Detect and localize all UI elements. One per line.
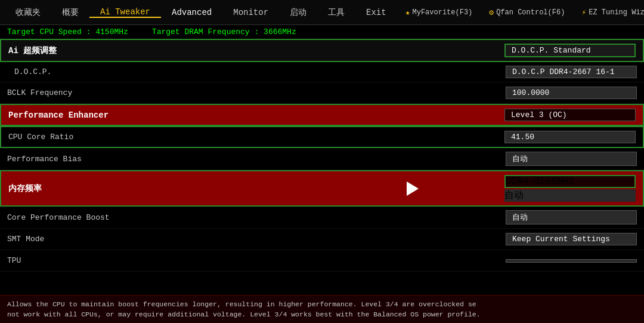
smt-mode-value[interactable]: Keep Current Settings bbox=[506, 233, 637, 245]
performance-bias-value[interactable]: 自动 bbox=[506, 152, 637, 166]
nav-monitor[interactable]: Monitor bbox=[222, 8, 279, 17]
smt-mode-label: SMT Mode bbox=[7, 235, 506, 244]
core-perf-boost-label: Core Performance Boost bbox=[7, 213, 506, 222]
cpu-speed-text: Target CPU Speed : 4150MHz bbox=[7, 27, 128, 36]
nav-ez-tuning[interactable]: ⚡ EZ Tuning Wizard(F11) bbox=[573, 8, 644, 17]
tpu-label: TPU bbox=[7, 256, 506, 265]
nav-advanced[interactable]: Advanced bbox=[161, 8, 222, 17]
description-bar: Allows the CPU to maintain boost frequen… bbox=[0, 295, 644, 324]
bclk-label: BCLK Frequency bbox=[7, 88, 506, 97]
smt-mode-row[interactable]: SMT Mode Keep Current Settings bbox=[0, 229, 644, 250]
nav-exit[interactable]: Exit bbox=[355, 8, 397, 17]
dram-freq-text: Target DRAM Frequency : 3666MHz bbox=[152, 27, 296, 36]
cpu-core-ratio-value[interactable]: 41.50 bbox=[504, 131, 636, 143]
memory-freq-auto-value[interactable]: 自动 bbox=[504, 189, 636, 202]
description-line2: not work with all CPUs, or may require a… bbox=[7, 309, 637, 319]
nav-favorites[interactable]: 收藏夹 bbox=[5, 7, 51, 18]
performance-enhancer-label: Performance Enhancer bbox=[8, 110, 504, 120]
nav-overview[interactable]: 概要 bbox=[51, 7, 89, 18]
docp-row[interactable]: D.O.C.P. D.O.C.P DDR4-2667 16-1 bbox=[0, 62, 644, 82]
performance-bias-label: Performance Bias bbox=[7, 155, 506, 164]
ai-overclock-section[interactable]: Ai 超频调整 D.O.C.P. Standard bbox=[0, 39, 644, 62]
memory-freq-label: 内存频率 bbox=[8, 183, 504, 194]
cpu-core-ratio-label: CPU Core Ratio bbox=[8, 133, 504, 141]
performance-enhancer-value[interactable]: Level 3 (OC) bbox=[504, 109, 636, 121]
bclk-row[interactable]: BCLK Frequency 100.0000 bbox=[0, 82, 644, 104]
description-line1: Allows the CPU to maintain boost frequen… bbox=[7, 299, 637, 309]
docp-value[interactable]: D.O.C.P DDR4-2667 16-1 bbox=[506, 66, 637, 78]
tpu-value[interactable] bbox=[506, 259, 637, 263]
nav-left: 收藏夹 概要 Ai Tweaker Advanced Monitor 启动 工具… bbox=[5, 7, 397, 18]
core-perf-boost-row[interactable]: Core Performance Boost 自动 bbox=[0, 207, 644, 229]
tpu-row[interactable]: TPU bbox=[0, 250, 644, 272]
core-perf-boost-value[interactable]: 自动 bbox=[506, 210, 637, 224]
performance-bias-row[interactable]: Performance Bias 自动 bbox=[0, 148, 644, 170]
subtitle-bar: Target CPU Speed : 4150MHz Target DRAM F… bbox=[0, 25, 644, 39]
nav-right: ★ MyFavorite(F3) ⚙ Qfan Control(F6) ⚡ EZ… bbox=[397, 8, 644, 17]
nav-boot[interactable]: 启动 bbox=[279, 7, 317, 18]
nav-qfan[interactable]: ⚙ Qfan Control(F6) bbox=[481, 8, 573, 17]
docp-label: D.O.C.P. bbox=[14, 67, 506, 76]
ai-overclock-value[interactable]: D.O.C.P. Standard bbox=[504, 44, 636, 57]
ai-overclock-label: Ai 超频调整 bbox=[8, 45, 504, 56]
bclk-value[interactable]: 100.0000 bbox=[506, 87, 637, 99]
memory-freq-value[interactable]: DDR4-3666MHz bbox=[504, 175, 636, 188]
performance-enhancer-row[interactable]: Performance Enhancer Level 3 (OC) bbox=[0, 104, 644, 126]
nav-tools[interactable]: 工具 bbox=[317, 7, 355, 18]
cpu-core-ratio-row[interactable]: CPU Core Ratio 41.50 bbox=[0, 126, 644, 148]
nav-myfavorite[interactable]: ★ MyFavorite(F3) bbox=[397, 8, 481, 17]
top-nav: 收藏夹 概要 Ai Tweaker Advanced Monitor 启动 工具… bbox=[0, 0, 644, 25]
main-content: Ai 超频调整 D.O.C.P. Standard D.O.C.P. D.O.C… bbox=[0, 39, 644, 272]
memory-freq-row[interactable]: 内存频率 DDR4-3666MHz 自动 bbox=[0, 170, 644, 207]
nav-ai-tweaker[interactable]: Ai Tweaker bbox=[89, 7, 161, 18]
